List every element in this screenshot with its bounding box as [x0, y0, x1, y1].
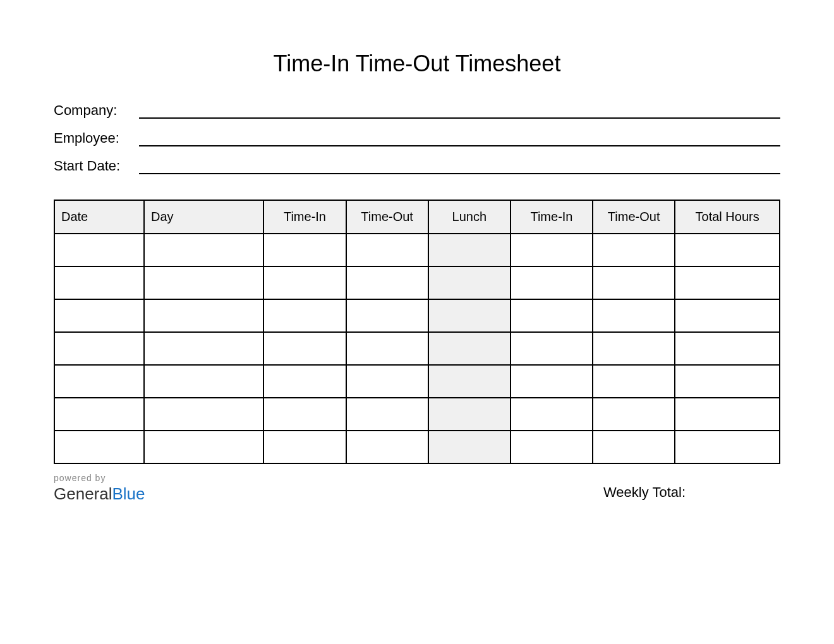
timesheet-table: Date Day Time-In Time-Out Lunch Time-In …	[54, 200, 780, 464]
cell-time_in_2[interactable]	[511, 234, 593, 266]
cell-date[interactable]	[54, 266, 144, 299]
cell-time_out_1[interactable]	[346, 332, 428, 365]
powered-by-text: powered by	[54, 473, 145, 483]
company-row: Company:	[54, 102, 780, 119]
cell-lunch[interactable]	[428, 365, 511, 398]
cell-lunch[interactable]	[428, 332, 511, 365]
cell-time_in_2[interactable]	[511, 299, 593, 332]
table-row	[54, 365, 780, 398]
cell-total_hours[interactable]	[675, 299, 780, 332]
header-time-out-2: Time-Out	[593, 200, 675, 234]
cell-day[interactable]	[144, 299, 263, 332]
brand-blue: Blue	[112, 484, 145, 503]
header-total-hours: Total Hours	[675, 200, 780, 234]
footer: powered by GeneralBlue Weekly Total:	[54, 473, 780, 504]
cell-time_in_2[interactable]	[511, 365, 593, 398]
cell-time_out_2[interactable]	[593, 365, 675, 398]
header-time-in-1: Time-In	[263, 200, 346, 234]
cell-lunch[interactable]	[428, 266, 511, 299]
cell-time_in_2[interactable]	[511, 332, 593, 365]
page-title: Time-In Time-Out Timesheet	[54, 51, 780, 77]
start-date-label: Start Date:	[54, 158, 136, 174]
cell-time_in_2[interactable]	[511, 398, 593, 431]
cell-day[interactable]	[144, 234, 263, 266]
info-section: Company: Employee: Start Date:	[54, 102, 780, 174]
cell-time_out_1[interactable]	[346, 234, 428, 266]
brand-general: General	[54, 484, 112, 503]
header-time-in-2: Time-In	[511, 200, 593, 234]
table-row	[54, 234, 780, 266]
table-header-row: Date Day Time-In Time-Out Lunch Time-In …	[54, 200, 780, 234]
cell-date[interactable]	[54, 365, 144, 398]
company-label: Company:	[54, 102, 136, 119]
cell-date[interactable]	[54, 332, 144, 365]
cell-time_in_2[interactable]	[511, 431, 593, 463]
header-date: Date	[54, 200, 144, 234]
cell-total_hours[interactable]	[675, 365, 780, 398]
brand-name: GeneralBlue	[54, 484, 145, 504]
cell-day[interactable]	[144, 332, 263, 365]
cell-lunch[interactable]	[428, 398, 511, 431]
cell-date[interactable]	[54, 299, 144, 332]
cell-time_in_1[interactable]	[263, 431, 346, 463]
cell-time_out_2[interactable]	[593, 234, 675, 266]
cell-time_in_1[interactable]	[263, 365, 346, 398]
table-row	[54, 398, 780, 431]
cell-day[interactable]	[144, 431, 263, 463]
table-row	[54, 266, 780, 299]
cell-lunch[interactable]	[428, 431, 511, 463]
cell-date[interactable]	[54, 234, 144, 266]
cell-lunch[interactable]	[428, 299, 511, 332]
cell-day[interactable]	[144, 365, 263, 398]
employee-field[interactable]	[139, 130, 780, 146]
cell-lunch[interactable]	[428, 234, 511, 266]
cell-total_hours[interactable]	[675, 431, 780, 463]
cell-time_in_2[interactable]	[511, 266, 593, 299]
table-row	[54, 332, 780, 365]
cell-time_out_1[interactable]	[346, 266, 428, 299]
cell-time_in_1[interactable]	[263, 299, 346, 332]
cell-time_out_2[interactable]	[593, 266, 675, 299]
cell-time_in_1[interactable]	[263, 398, 346, 431]
cell-date[interactable]	[54, 431, 144, 463]
cell-time_out_2[interactable]	[593, 332, 675, 365]
start-date-field[interactable]	[139, 158, 780, 174]
cell-time_out_1[interactable]	[346, 365, 428, 398]
table-row	[54, 431, 780, 463]
cell-time_in_1[interactable]	[263, 234, 346, 266]
weekly-total: Weekly Total:	[603, 484, 686, 501]
header-time-out-1: Time-Out	[346, 200, 428, 234]
employee-row: Employee:	[54, 130, 780, 146]
employee-label: Employee:	[54, 130, 136, 146]
brand-block: powered by GeneralBlue	[54, 473, 145, 504]
table-row	[54, 299, 780, 332]
cell-day[interactable]	[144, 266, 263, 299]
cell-time_out_2[interactable]	[593, 398, 675, 431]
cell-day[interactable]	[144, 398, 263, 431]
cell-time_out_2[interactable]	[593, 431, 675, 463]
cell-total_hours[interactable]	[675, 398, 780, 431]
cell-time_out_2[interactable]	[593, 299, 675, 332]
cell-total_hours[interactable]	[675, 234, 780, 266]
cell-date[interactable]	[54, 398, 144, 431]
cell-time_in_1[interactable]	[263, 266, 346, 299]
company-field[interactable]	[139, 102, 780, 119]
cell-total_hours[interactable]	[675, 332, 780, 365]
cell-total_hours[interactable]	[675, 266, 780, 299]
cell-time_out_1[interactable]	[346, 398, 428, 431]
cell-time_out_1[interactable]	[346, 299, 428, 332]
cell-time_out_1[interactable]	[346, 431, 428, 463]
weekly-total-label: Weekly Total:	[603, 484, 686, 500]
header-lunch: Lunch	[428, 200, 511, 234]
cell-time_in_1[interactable]	[263, 332, 346, 365]
header-day: Day	[144, 200, 263, 234]
start-date-row: Start Date:	[54, 158, 780, 174]
